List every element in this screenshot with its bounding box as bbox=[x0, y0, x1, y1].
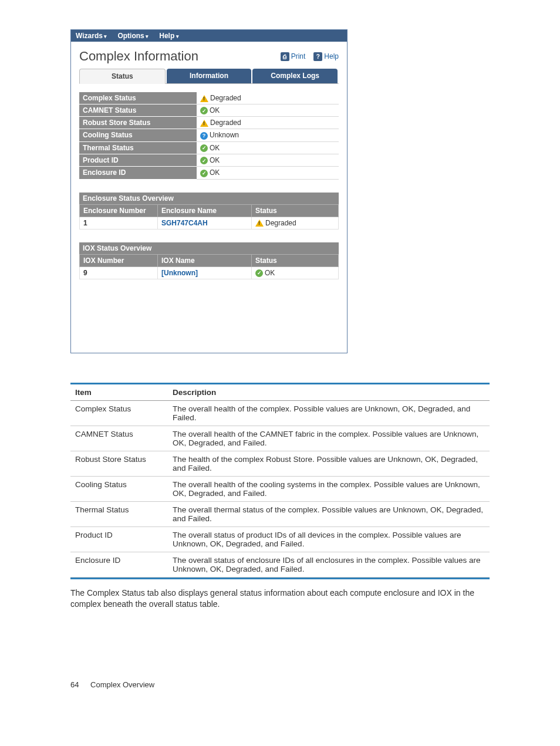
page-number: 64 bbox=[70, 680, 79, 689]
desc-row: Thermal StatusThe overall thermal status… bbox=[70, 502, 490, 527]
warning-icon bbox=[200, 120, 208, 127]
status-label: CAMNET Status bbox=[79, 104, 197, 117]
titlebar: Complex Information ⎙ Print ? Help bbox=[71, 42, 347, 69]
iox-name-link[interactable]: [Unknown] bbox=[158, 266, 252, 279]
page-footer: 64 Complex Overview bbox=[70, 680, 490, 689]
status-value: Degraded bbox=[197, 92, 339, 104]
help-label: Help bbox=[324, 52, 339, 60]
desc-text: The overall health of the cooling system… bbox=[168, 477, 490, 502]
status-row: Complex StatusDegraded bbox=[79, 92, 339, 104]
enclosure-status: Degraded bbox=[252, 217, 339, 229]
status-text: OK bbox=[210, 168, 220, 177]
status-row: Robust Store StatusDegraded bbox=[79, 117, 339, 129]
status-label: Cooling Status bbox=[79, 129, 197, 141]
desc-row: CAMNET StatusThe overall health of the C… bbox=[70, 426, 490, 451]
desc-row: Robust Store StatusThe health of the com… bbox=[70, 451, 490, 477]
title-actions: ⎙ Print ? Help bbox=[281, 52, 339, 61]
status-text: Degraded bbox=[210, 94, 241, 102]
status-value: Unknown bbox=[197, 129, 339, 141]
iox-col-status: Status bbox=[252, 254, 339, 266]
desc-text: The overall health of the CAMNET fabric … bbox=[168, 426, 490, 451]
desc-row: Enclosure IDThe overall status of enclos… bbox=[70, 552, 490, 578]
iox-status: OK bbox=[252, 266, 339, 279]
tab-complex-logs[interactable]: Complex Logs bbox=[252, 69, 338, 83]
status-row: Product IDOK bbox=[79, 154, 339, 166]
section-name: Complex Overview bbox=[90, 680, 154, 689]
enclosure-col-number: Enclosure Number bbox=[80, 204, 158, 217]
status-panel: Complex StatusDegradedCAMNET StatusOKRob… bbox=[71, 84, 347, 353]
status-text: OK bbox=[210, 156, 220, 164]
enclosure-col-status: Status bbox=[252, 204, 339, 217]
desc-item: Enclosure ID bbox=[70, 552, 168, 578]
print-icon: ⎙ bbox=[281, 52, 289, 61]
print-link[interactable]: ⎙ Print bbox=[281, 52, 306, 61]
enclosure-table: Enclosure Number Enclosure Name Status 1… bbox=[79, 204, 339, 229]
status-label: Complex Status bbox=[79, 92, 197, 104]
enclosure-name-link[interactable]: SGH747C4AH bbox=[158, 217, 252, 229]
desc-row: Product IDThe overall status of product … bbox=[70, 527, 490, 552]
status-value: OK bbox=[197, 104, 339, 117]
tab-status[interactable]: Status bbox=[79, 69, 166, 84]
desc-text: The health of the complex Robust Store. … bbox=[168, 451, 490, 477]
description-table: Item Description Complex StatusThe overa… bbox=[70, 384, 490, 578]
menubar: Wizards Options Help bbox=[71, 30, 347, 42]
desc-row: Cooling StatusThe overall health of the … bbox=[70, 477, 490, 502]
tab-information[interactable]: Information bbox=[167, 69, 252, 83]
iox-row: 9 [Unknown] OK bbox=[80, 266, 339, 279]
status-text: Degraded bbox=[210, 119, 241, 127]
status-value: OK bbox=[197, 154, 339, 166]
tabs: Status Information Complex Logs bbox=[79, 69, 339, 84]
desc-text: The overall health of the complex. Possi… bbox=[168, 401, 490, 426]
iox-number: 9 bbox=[80, 266, 158, 279]
help-link[interactable]: ? Help bbox=[313, 52, 339, 61]
iox-col-name: IOX Name bbox=[158, 254, 252, 266]
status-label: Enclosure ID bbox=[79, 167, 197, 179]
status-label: Robust Store Status bbox=[79, 117, 197, 129]
iox-heading: IOX Status Overview bbox=[79, 242, 339, 254]
status-label: Product ID bbox=[79, 154, 197, 166]
desc-item: Complex Status bbox=[70, 401, 168, 426]
desc-item: Cooling Status bbox=[70, 477, 168, 502]
status-text: OK bbox=[210, 144, 220, 152]
iox-table: IOX Number IOX Name Status 9 [Unknown] O… bbox=[79, 254, 339, 279]
enclosure-row: 1 SGH747C4AH Degraded bbox=[80, 217, 339, 229]
status-value: OK bbox=[197, 167, 339, 179]
ok-icon bbox=[200, 144, 208, 152]
status-text: OK bbox=[210, 106, 220, 114]
status-value: Degraded bbox=[197, 117, 339, 129]
desc-head-item: Item bbox=[70, 384, 168, 401]
desc-row: Complex StatusThe overall health of the … bbox=[70, 401, 490, 426]
warning-icon bbox=[200, 95, 208, 102]
desc-text: The overall status of product IDs of all… bbox=[168, 527, 490, 552]
print-label: Print bbox=[291, 52, 306, 60]
status-text: Unknown bbox=[210, 131, 239, 139]
menu-help[interactable]: Help bbox=[159, 32, 179, 40]
description-table-wrap: Item Description Complex StatusThe overa… bbox=[70, 383, 490, 579]
menu-wizards[interactable]: Wizards bbox=[76, 32, 107, 40]
status-table: Complex StatusDegradedCAMNET StatusOKRob… bbox=[79, 92, 339, 180]
status-row: Cooling StatusUnknown bbox=[79, 129, 339, 141]
status-row: Enclosure IDOK bbox=[79, 167, 339, 179]
enclosure-col-name: Enclosure Name bbox=[158, 204, 252, 217]
enclosure-status-text: Degraded bbox=[265, 219, 296, 227]
ok-icon bbox=[255, 269, 263, 277]
iox-status-text: OK bbox=[265, 269, 275, 277]
desc-item: Thermal Status bbox=[70, 502, 168, 527]
desc-head-description: Description bbox=[168, 384, 490, 401]
desc-item: CAMNET Status bbox=[70, 426, 168, 451]
enclosure-heading: Enclosure Status Overview bbox=[79, 193, 339, 204]
desc-item: Product ID bbox=[70, 527, 168, 552]
enclosure-number: 1 bbox=[80, 217, 158, 229]
menu-options[interactable]: Options bbox=[117, 32, 149, 40]
ok-icon bbox=[200, 107, 208, 114]
status-label: Thermal Status bbox=[79, 141, 197, 154]
ok-icon bbox=[200, 157, 208, 164]
desc-text: The overall status of enclosure IDs of a… bbox=[168, 552, 490, 578]
unknown-icon bbox=[200, 132, 208, 140]
iox-col-number: IOX Number bbox=[80, 254, 158, 266]
help-icon: ? bbox=[313, 52, 322, 61]
desc-item: Robust Store Status bbox=[70, 451, 168, 477]
status-row: CAMNET StatusOK bbox=[79, 104, 339, 117]
status-row: Thermal StatusOK bbox=[79, 141, 339, 154]
app-window: Wizards Options Help Complex Information… bbox=[70, 29, 348, 353]
